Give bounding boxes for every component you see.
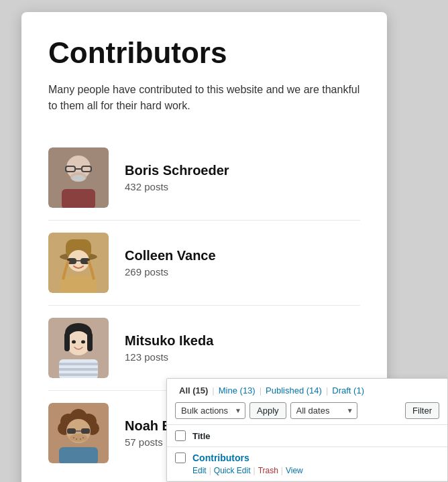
avatar <box>48 147 109 208</box>
svg-point-20 <box>81 341 85 344</box>
list-item: Boris Schroeder 432 posts <box>48 135 360 221</box>
svg-point-37 <box>70 434 87 442</box>
separator: | <box>209 466 211 475</box>
svg-rect-35 <box>81 428 90 434</box>
trash-link[interactable]: Trash <box>258 466 278 475</box>
view-link[interactable]: View <box>286 466 303 475</box>
contributor-posts: 57 posts <box>125 436 172 448</box>
table-row: Contributors Edit | Quick Edit | Trash |… <box>167 447 447 481</box>
tab-published[interactable]: Published (14) <box>262 385 326 396</box>
contributor-name: Boris Schroeder <box>125 163 229 178</box>
tab-draft-count: (1) <box>353 385 364 396</box>
bulk-actions-wrapper: Bulk actions ▼ <box>175 402 245 419</box>
admin-panel: All (15) | Mine (13) | Published (14) | … <box>166 378 448 482</box>
tab-published-count: (14) <box>306 385 322 396</box>
contributor-posts: 123 posts <box>125 351 213 363</box>
svg-point-40 <box>80 438 81 440</box>
tab-mine-count: (13) <box>240 385 256 396</box>
avatar <box>48 318 109 378</box>
list-item: Colleen Vance 269 posts <box>48 221 360 306</box>
tab-mine[interactable]: Mine (13) <box>215 385 260 396</box>
tab-draft[interactable]: Draft (1) <box>328 385 368 396</box>
contributor-posts: 269 posts <box>125 266 216 278</box>
row-checkbox[interactable] <box>175 453 186 463</box>
svg-rect-25 <box>59 368 98 371</box>
contributor-info: Colleen Vance 269 posts <box>125 248 216 278</box>
admin-controls: Bulk actions ▼ Apply All dates ▼ Filter <box>175 402 439 419</box>
admin-tabs: All (15) | Mine (13) | Published (14) | … <box>175 385 439 396</box>
svg-point-38 <box>73 437 74 438</box>
separator: | <box>281 466 283 475</box>
contributor-posts: 432 posts <box>125 181 229 192</box>
bulk-actions-select[interactable]: Bulk actions <box>175 402 245 419</box>
edit-link[interactable]: Edit <box>192 466 207 475</box>
svg-rect-24 <box>59 363 98 365</box>
table-header: Title <box>167 425 447 447</box>
page-title: Contributors <box>48 36 360 70</box>
contributor-name: Mitsuko Ikeda <box>125 333 213 349</box>
row-actions: Edit | Quick Edit | Trash | View <box>192 466 439 475</box>
svg-point-19 <box>72 341 76 344</box>
svg-rect-42 <box>59 447 98 463</box>
svg-rect-22 <box>87 333 93 351</box>
page-description: Many people have contributed to this web… <box>48 82 360 114</box>
row-title-link[interactable]: Contributors <box>192 453 249 463</box>
svg-rect-15 <box>60 276 97 293</box>
contributor-name: Colleen Vance <box>125 248 216 263</box>
svg-point-41 <box>82 437 84 438</box>
contributor-info: Boris Schroeder 432 posts <box>125 163 229 192</box>
avatar <box>48 233 109 293</box>
svg-rect-34 <box>67 428 76 434</box>
svg-point-39 <box>76 438 77 440</box>
dates-wrapper: All dates ▼ <box>290 402 357 419</box>
row-top: Contributors <box>175 453 439 463</box>
svg-rect-21 <box>64 333 70 351</box>
svg-point-18 <box>66 331 91 355</box>
contributor-name: Noah B <box>125 418 172 434</box>
tab-all-count: (15) <box>192 385 208 396</box>
separator: | <box>254 466 256 475</box>
svg-point-6 <box>72 175 85 182</box>
svg-rect-7 <box>62 189 95 208</box>
contributor-info: Noah B 57 posts <box>125 418 172 448</box>
svg-rect-26 <box>59 373 98 376</box>
avatar <box>48 403 109 463</box>
quick-edit-link[interactable]: Quick Edit <box>214 466 251 475</box>
dates-select[interactable]: All dates <box>290 402 357 419</box>
admin-filter-bar: All (15) | Mine (13) | Published (14) | … <box>167 379 447 425</box>
tab-all[interactable]: All (15) <box>175 385 212 396</box>
filter-button[interactable]: Filter <box>405 402 439 419</box>
select-all-checkbox[interactable] <box>175 430 186 441</box>
apply-button[interactable]: Apply <box>249 402 286 419</box>
contributor-info: Mitsuko Ikeda 123 posts <box>125 333 213 363</box>
column-title: Title <box>192 431 211 441</box>
